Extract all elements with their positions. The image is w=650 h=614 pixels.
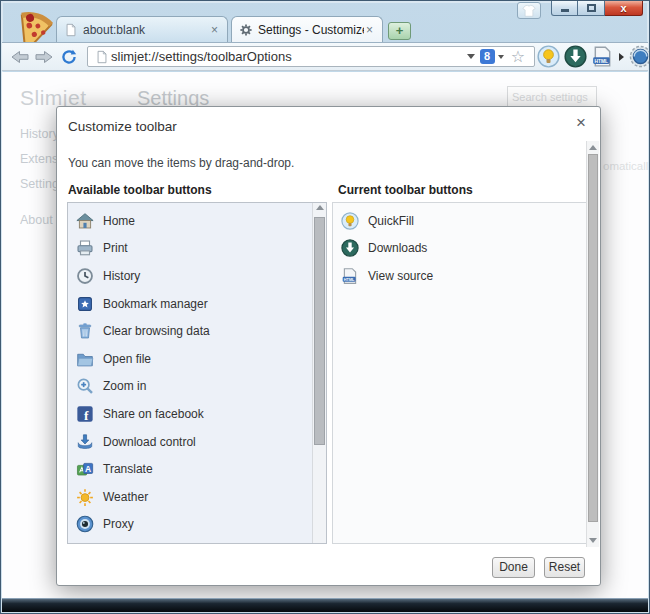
scroll-up-icon[interactable] [587, 142, 599, 153]
window-controls: x [551, 1, 643, 16]
list-item[interactable]: Proxy [68, 511, 326, 539]
trash-icon [76, 322, 94, 340]
svg-text:HTML: HTML [595, 59, 609, 64]
minimize-icon [561, 9, 569, 12]
close-window-button[interactable]: x [605, 1, 643, 16]
scroll-down-icon[interactable] [587, 535, 599, 546]
folder-icon [76, 350, 94, 368]
list-item[interactable]: HTML View source [333, 262, 589, 290]
downloads-icon[interactable] [564, 45, 587, 68]
url-text[interactable]: slimjet://settings/toolbarOptions [111, 49, 464, 64]
minimize-button[interactable] [551, 1, 578, 16]
reset-button[interactable]: Reset [544, 557, 585, 578]
list-item[interactable]: Weather [68, 483, 326, 511]
svg-text:A: A [85, 464, 91, 474]
theme-shirt-button[interactable] [517, 2, 541, 19]
settings-globe-icon[interactable] [629, 45, 650, 68]
list-item[interactable]: A Translate [68, 455, 326, 483]
tab-about-blank[interactable]: about:blank × [56, 16, 228, 43]
google-search-icon[interactable]: 8 [480, 49, 495, 64]
dialog-title: Customize toolbar [68, 119, 177, 134]
list-item[interactable]: Downloads [333, 235, 589, 263]
available-list-scrollbar[interactable] [312, 203, 326, 543]
list-item[interactable]: Bookmark manager [68, 290, 326, 318]
back-button[interactable] [10, 50, 30, 64]
translate-icon: A [76, 460, 94, 478]
list-item[interactable]: Zoom in [68, 373, 326, 401]
svg-text:HTML: HTML [344, 278, 355, 282]
home-icon [76, 212, 94, 230]
quickfill-icon[interactable] [537, 45, 560, 68]
address-bar[interactable]: slimjet://settings/toolbarOptions 8 ☆ [87, 46, 535, 67]
browser-toolbar: slimjet://settings/toolbarOptions 8 ☆ HT… [2, 42, 648, 71]
shirt-icon [522, 4, 536, 18]
list-item[interactable]: f Share on facebook [68, 400, 326, 428]
tab-close-icon[interactable]: × [364, 23, 375, 37]
svg-text:f: f [84, 408, 89, 423]
url-dropdown-caret-icon[interactable] [467, 54, 475, 59]
tab-settings-customize[interactable]: Settings - Customize tool × [231, 16, 383, 43]
list-item[interactable]: History [68, 262, 326, 290]
available-buttons-list: Home Print History Bookmark manager Clea… [67, 202, 327, 544]
bookmark-icon [76, 295, 94, 313]
list-item[interactable]: QuickFill [333, 207, 589, 235]
scroll-up-icon[interactable] [313, 205, 326, 215]
print-icon [76, 239, 94, 257]
current-buttons-header: Current toolbar buttons [338, 183, 473, 197]
done-button[interactable]: Done [492, 557, 535, 578]
scrollbar-thumb[interactable] [314, 217, 325, 445]
maximize-button[interactable] [578, 1, 605, 16]
gear-icon [239, 23, 253, 37]
view-source-icon[interactable]: HTML [591, 45, 614, 68]
history-icon [76, 267, 94, 285]
list-item[interactable]: Print [68, 235, 326, 263]
proxy-icon [76, 515, 94, 533]
quickfill-icon [341, 212, 359, 230]
overflow-caret-icon[interactable] [619, 53, 624, 61]
zoom-in-icon [76, 377, 94, 395]
list-item[interactable]: Home [68, 207, 326, 235]
available-buttons-header: Available toolbar buttons [68, 183, 212, 197]
list-item[interactable]: Clear browsing data [68, 317, 326, 345]
maximize-icon [587, 4, 596, 12]
tab-label: about:blank [83, 23, 209, 37]
list-item[interactable]: Open file [68, 345, 326, 373]
search-engine-caret-icon[interactable] [498, 55, 504, 59]
browser-window: x about:blank × Settings - Customize too… [0, 0, 650, 614]
weather-icon [76, 488, 94, 506]
dialog-scrollbar[interactable] [586, 141, 599, 547]
customize-toolbar-dialog: Customize toolbar × You can move the ite… [56, 106, 601, 586]
current-buttons-list: QuickFill Downloads HTML View source [332, 202, 590, 544]
window-bottom-frame [2, 598, 648, 612]
close-icon: x [620, 3, 626, 14]
facebook-icon: f [76, 405, 94, 423]
list-item[interactable]: Download control [68, 428, 326, 456]
view-source-icon: HTML [341, 267, 359, 285]
pizza-icon [9, 6, 61, 44]
new-tab-button[interactable]: + [388, 22, 411, 40]
downloads-icon [341, 239, 359, 257]
forward-button[interactable] [34, 50, 54, 64]
tab-strip: about:blank × Settings - Customize tool … [56, 15, 411, 43]
bookmark-star-icon[interactable]: ☆ [511, 49, 525, 65]
tab-label: Settings - Customize tool [258, 23, 364, 37]
reload-button[interactable] [61, 49, 77, 65]
dialog-subtitle: You can move the items by drag-and-drop. [68, 156, 294, 170]
tab-close-icon[interactable]: × [209, 23, 220, 37]
page-icon [64, 23, 78, 37]
dialog-close-icon[interactable]: × [572, 112, 590, 133]
page-icon [95, 50, 109, 64]
scrollbar-thumb[interactable] [588, 154, 598, 522]
download-tray-icon [76, 433, 94, 451]
